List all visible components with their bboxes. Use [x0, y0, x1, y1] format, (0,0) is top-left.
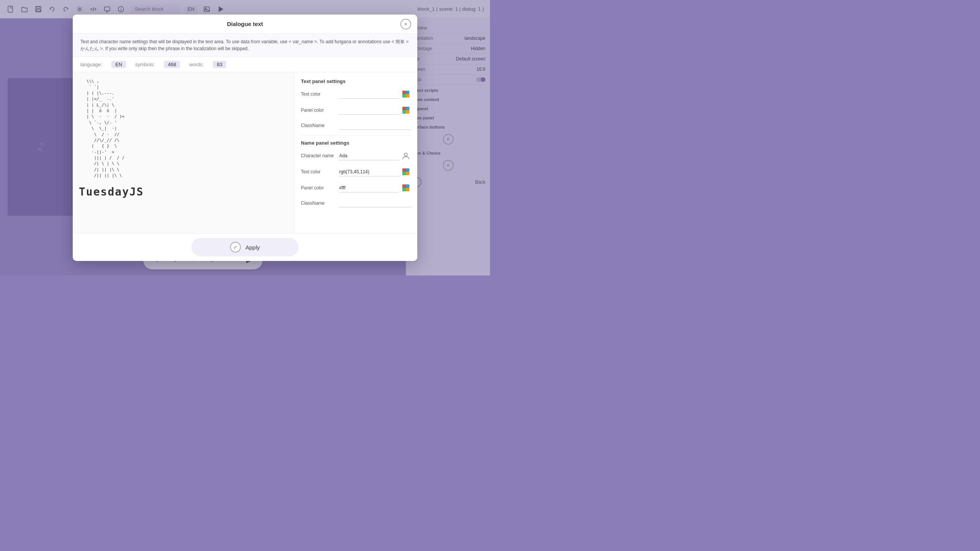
svg-rect-19 — [402, 168, 406, 172]
name-panel-color-input[interactable] — [339, 184, 399, 192]
settings-divider — [301, 135, 411, 135]
svg-rect-12 — [402, 94, 406, 98]
modal-stats: language: EN symbols: 468 words: 83 — [73, 57, 417, 72]
name-text-color-label: Text color — [301, 169, 339, 174]
symbols-stat-label: symbols: — [135, 62, 155, 67]
svg-rect-16 — [402, 110, 406, 114]
character-icon[interactable] — [400, 150, 411, 161]
words-stat-value: 83 — [213, 61, 226, 68]
panel-color-label: Panel color — [301, 108, 339, 113]
svg-rect-26 — [406, 188, 409, 191]
name-panel-color-row: Panel color — [301, 183, 411, 193]
apply-check-icon: ✓ — [230, 242, 241, 253]
modal-header: Dialogue text × — [73, 15, 417, 34]
modal-info: Text and character name settings that wi… — [73, 34, 417, 57]
classname-text-input[interactable] — [339, 121, 411, 130]
modal-overlay: Dialogue text × Text and character name … — [0, 0, 490, 276]
svg-rect-22 — [406, 172, 409, 175]
svg-rect-10 — [402, 91, 406, 94]
svg-rect-17 — [406, 110, 409, 114]
modal-close-button[interactable]: × — [400, 19, 411, 29]
svg-rect-21 — [402, 172, 406, 175]
dialogue-modal: Dialogue text × Text and character name … — [73, 15, 417, 261]
svg-rect-15 — [406, 107, 409, 110]
modal-title: Dialogue text — [227, 21, 263, 27]
svg-rect-11 — [406, 91, 409, 94]
apply-button[interactable]: ✓ Apply — [191, 238, 299, 256]
svg-rect-20 — [406, 168, 409, 172]
classname-name-row: ClassName — [301, 199, 411, 207]
name-panel-color-label: Panel color — [301, 185, 339, 191]
panel-color-picker-icon[interactable] — [400, 105, 411, 116]
name-text-color-picker-icon[interactable] — [400, 166, 411, 177]
character-name-input[interactable] — [339, 152, 399, 160]
modal-text-editor[interactable]: \\\ , ` `| ) ( |\.---. | |</_ -.' | | L_… — [73, 72, 295, 233]
modal-footer: ✓ Apply — [73, 233, 417, 261]
classname-name-input[interactable] — [339, 199, 411, 207]
apply-label: Apply — [245, 244, 260, 251]
text-color-label: Text color — [301, 91, 339, 97]
classname-text-label: ClassName — [301, 123, 339, 128]
name-panel-color-picker-icon[interactable] — [400, 183, 411, 193]
character-name-row: Character name — [301, 150, 411, 161]
svg-rect-13 — [406, 94, 409, 98]
text-color-input[interactable] — [339, 90, 399, 99]
name-panel-settings-title: Name panel settings — [301, 140, 411, 146]
language-stat-value: EN — [111, 61, 126, 68]
svg-rect-24 — [406, 184, 409, 188]
svg-rect-25 — [402, 188, 406, 191]
symbols-stat-value: 468 — [164, 61, 180, 68]
svg-rect-23 — [402, 184, 406, 188]
panel-color-row: Panel color — [301, 105, 411, 116]
character-name-label: Character name — [301, 153, 339, 158]
language-stat-label: language: — [80, 62, 102, 67]
text-panel-settings-title: Text panel settings — [301, 78, 411, 84]
text-color-picker-icon[interactable] — [400, 89, 411, 99]
text-color-row: Text color — [301, 89, 411, 99]
modal-body: \\\ , ` `| ) ( |\.---. | |</_ -.' | | L_… — [73, 72, 417, 233]
name-text-color-input[interactable] — [339, 168, 399, 176]
name-text-color-row: Text color — [301, 166, 411, 177]
classname-name-label: ClassName — [301, 201, 339, 206]
svg-point-18 — [404, 153, 407, 156]
panel-color-input[interactable] — [339, 106, 399, 115]
modal-settings-panel: Text panel settings Text color Panel col… — [295, 72, 417, 233]
classname-text-row: ClassName — [301, 121, 411, 130]
words-stat-label: words: — [189, 62, 204, 67]
svg-rect-14 — [402, 107, 406, 110]
